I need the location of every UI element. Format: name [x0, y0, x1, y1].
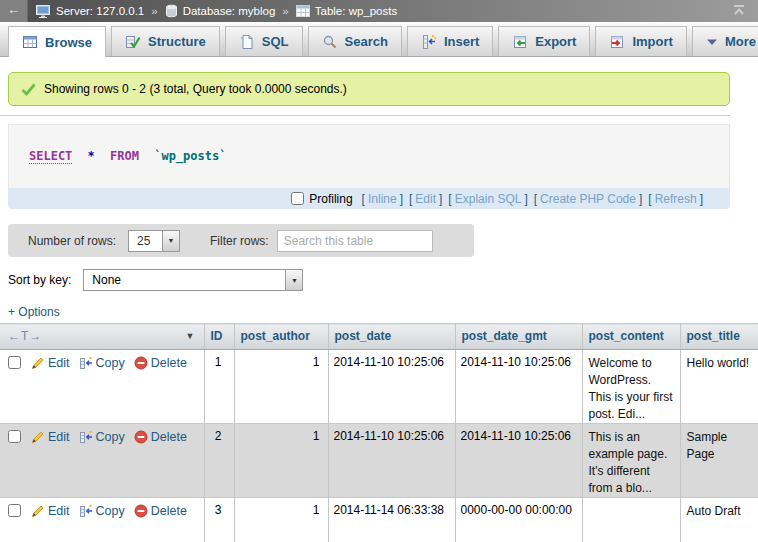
bracket: [ — [409, 192, 412, 206]
sql-keyword-from: FROM — [110, 149, 139, 163]
delete-link[interactable]: Delete — [151, 430, 187, 444]
cell-id: 1 — [204, 350, 234, 424]
chevron-down-icon[interactable]: ▼ — [285, 270, 302, 290]
tab-export[interactable]: Export — [498, 26, 590, 56]
profiling-label: Profiling — [309, 192, 352, 206]
tab-structure[interactable]: Structure — [111, 26, 220, 56]
cell-post-date-gmt: 2014-11-10 10:25:06 — [455, 350, 582, 424]
column-header-id[interactable]: ID — [204, 324, 234, 350]
database-icon — [165, 4, 178, 18]
cell-post-date-gmt: 2014-11-10 10:25:06 — [455, 424, 582, 498]
copy-icon — [79, 356, 93, 370]
sort-by-key-label: Sort by key: — [8, 273, 71, 287]
tab-label: More — [725, 34, 756, 49]
copy-link[interactable]: Copy — [96, 356, 125, 370]
delete-action[interactable]: Delete — [134, 504, 187, 518]
sql-icon — [239, 34, 255, 50]
number-of-rows-select[interactable]: 25 ▼ — [128, 230, 180, 252]
column-header-post-date[interactable]: post_date — [328, 324, 455, 350]
sort-by-key-select[interactable]: None ▼ — [83, 269, 303, 291]
tab-search[interactable]: Search — [308, 26, 402, 56]
edit-action[interactable]: Edit — [31, 356, 70, 370]
refresh-link[interactable]: Refresh — [655, 192, 697, 206]
copy-action[interactable]: Copy — [79, 356, 125, 370]
breadcrumb-server[interactable]: Server: 127.0.0.1 — [56, 5, 144, 17]
bracket: ] — [639, 192, 642, 206]
nav-panel-toggle-button[interactable]: ← — [0, 0, 28, 22]
bracket: [ — [362, 192, 365, 206]
bracket: ] — [524, 192, 527, 206]
sql-query-text: SELECT * FROM `wp_posts` — [8, 124, 730, 188]
column-header-post-title[interactable]: post_title — [680, 324, 758, 350]
sql-keyword-select: SELECT — [29, 149, 72, 164]
copy-icon — [79, 504, 93, 518]
bracket: ] — [700, 192, 703, 206]
actions-dropdown-icon[interactable]: ▼ — [186, 331, 196, 341]
bracket: [ — [448, 192, 451, 206]
chevron-down-icon[interactable]: ▼ — [162, 231, 179, 251]
delete-action[interactable]: Delete — [134, 430, 187, 444]
delete-link[interactable]: Delete — [151, 504, 187, 518]
row-checkbox[interactable] — [8, 356, 21, 369]
column-header-post-author[interactable]: post_author — [234, 324, 328, 350]
profiling-checkbox[interactable] — [291, 192, 304, 205]
inline-link[interactable]: Inline — [368, 192, 397, 206]
delete-link[interactable]: Delete — [151, 356, 187, 370]
cell-post-date-gmt: 0000-00-00 00:00:00 — [455, 498, 582, 542]
chevron-down-icon — [706, 38, 718, 46]
edit-query-link[interactable]: Edit — [415, 192, 436, 206]
check-icon — [21, 83, 36, 96]
explain-sql-link[interactable]: Explain SQL — [455, 192, 522, 206]
filter-rows-input[interactable] — [277, 230, 433, 252]
number-of-rows-value: 25 — [129, 231, 162, 251]
column-header-post-date-gmt[interactable]: post_date_gmt — [455, 324, 582, 350]
export-icon — [512, 34, 528, 50]
cell-post-date: 2014-11-10 10:25:06 — [328, 350, 455, 424]
copy-link[interactable]: Copy — [96, 430, 125, 444]
create-php-code-link[interactable]: Create PHP Code — [540, 192, 636, 206]
edit-link[interactable]: Edit — [48, 356, 70, 370]
tab-label: Browse — [45, 35, 92, 50]
edit-action[interactable]: Edit — [31, 430, 70, 444]
row-checkbox[interactable] — [8, 430, 21, 443]
edit-action[interactable]: Edit — [31, 504, 70, 518]
options-toggle-link[interactable]: + Options — [8, 305, 60, 319]
breadcrumb: Server: 127.0.0.1 » Database: myblog » T… — [36, 4, 397, 18]
copy-action[interactable]: Copy — [79, 504, 125, 518]
server-icon — [36, 5, 51, 18]
column-header-post-content[interactable]: post_content — [582, 324, 680, 350]
breadcrumb-table[interactable]: Table: wp_posts — [315, 5, 397, 17]
number-of-rows-label: Number of rows: — [28, 234, 116, 248]
transpose-control[interactable]: ←T→ — [8, 329, 42, 343]
tab-insert[interactable]: Insert — [407, 26, 493, 56]
row-checkbox[interactable] — [8, 504, 21, 517]
breadcrumb-separator: » — [282, 5, 288, 17]
query-toolbar: Profiling [ Inline ] [ Edit ] [ Explain … — [8, 188, 730, 209]
delete-icon — [134, 430, 148, 444]
tab-bar: Browse Structure SQL Search Insert Expor… — [0, 22, 758, 57]
tab-sql[interactable]: SQL — [225, 26, 303, 56]
delete-action[interactable]: Delete — [134, 356, 187, 370]
tab-label: Import — [632, 34, 672, 49]
pencil-icon — [31, 430, 45, 444]
insert-icon — [421, 34, 437, 50]
sort-by-key-row: Sort by key: None ▼ — [8, 269, 758, 291]
cell-post-content — [582, 498, 680, 542]
cell-id: 3 — [204, 498, 234, 542]
filter-rows-label: Filter rows: — [210, 234, 269, 248]
status-message-text: Showing rows 0 - 2 (3 total, Query took … — [44, 82, 347, 96]
bracket: [ — [648, 192, 651, 206]
collapse-icon[interactable] — [732, 4, 746, 18]
copy-action[interactable]: Copy — [79, 430, 125, 444]
edit-link[interactable]: Edit — [48, 504, 70, 518]
cell-post-title: Sample Page — [680, 424, 758, 498]
breadcrumb-database[interactable]: Database: myblog — [183, 5, 276, 17]
copy-icon — [79, 430, 93, 444]
tab-import[interactable]: Import — [595, 26, 686, 56]
tab-more[interactable]: More — [692, 26, 758, 56]
copy-link[interactable]: Copy — [96, 504, 125, 518]
tab-browse[interactable]: Browse — [8, 26, 106, 57]
pencil-icon — [31, 504, 45, 518]
cell-post-date: 2014-11-14 06:33:38 — [328, 498, 455, 542]
edit-link[interactable]: Edit — [48, 430, 70, 444]
